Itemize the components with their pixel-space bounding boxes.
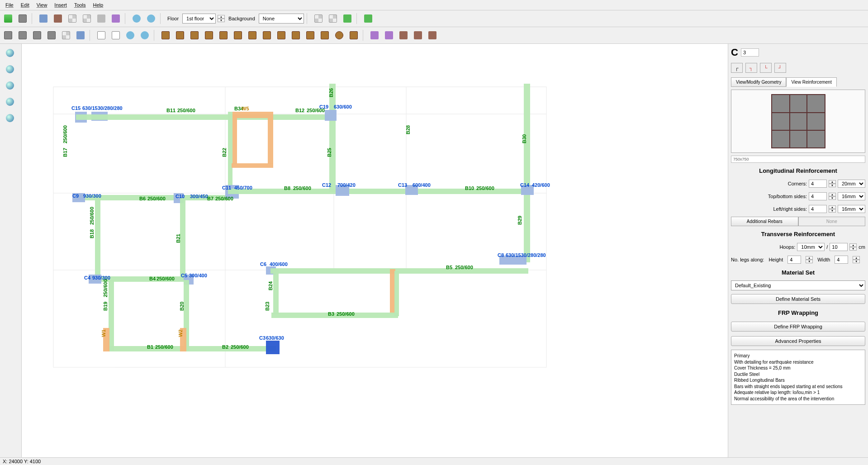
grid-button[interactable] [66,12,79,25]
floor-select[interactable]: 1st floor [182,14,216,24]
run-button[interactable] [362,12,375,25]
tb-input[interactable] [809,192,827,200]
additional-rebars-button[interactable]: Additional Rebars [731,217,798,226]
legs-h-up[interactable]: ▲ [806,256,813,260]
settings-button[interactable] [37,12,50,25]
hoops-dia-select[interactable]: 10mm [797,243,825,251]
dwg-tool-6[interactable] [74,29,87,42]
hoops-up[interactable]: ▲ [849,243,857,247]
dwg-tool-1[interactable] [2,29,14,42]
zoom-window-icon[interactable] [2,78,18,93]
tb-down[interactable]: ▼ [829,196,836,200]
grid-options-button[interactable] [81,12,93,25]
svg-rect-36 [273,269,279,314]
slab-1[interactable] [368,29,381,42]
tab-reinforcement[interactable]: View Reinforcement [786,77,836,87]
corner-tr-button[interactable]: ┐ [745,63,757,73]
move-tool[interactable] [109,29,122,42]
section-l2[interactable] [188,29,201,42]
advanced-properties-button[interactable]: Advanced Properties [731,336,865,346]
corners-up[interactable]: ▲ [829,180,836,184]
menu-tools[interactable]: Tools [71,1,90,9]
dwg-tool-5[interactable] [60,29,72,42]
floor-down[interactable]: ▼ [218,19,225,22]
layers-button[interactable] [52,12,64,25]
lr-input[interactable] [809,205,827,213]
legs-w-up[interactable]: ▲ [853,256,860,260]
slab-3[interactable] [397,29,410,42]
zoom-extents-icon[interactable] [2,95,18,109]
corner-br-button[interactable]: ┘ [774,63,786,73]
corner-bl-button[interactable]: └ [760,63,772,73]
section-l1[interactable] [174,29,186,42]
dwg-tool-3[interactable] [31,29,43,42]
ortho-button[interactable] [327,12,339,25]
menu-insert[interactable]: Insert [51,1,71,9]
menubar: File Edit View Insert Tools Help [0,0,868,10]
legs-w-down[interactable]: ▼ [853,260,860,263]
zoom-in-icon[interactable] [2,46,18,60]
slab-2[interactable] [383,29,395,42]
legs-height-input[interactable] [787,256,801,264]
zoom-out-icon[interactable] [2,62,18,76]
section-box[interactable] [318,29,331,42]
menu-edit[interactable]: Edit [17,1,33,9]
section-plate[interactable] [347,29,360,42]
redo-button[interactable] [145,12,157,25]
save-button[interactable] [2,12,14,25]
background-select[interactable]: None [259,14,304,24]
lr-dia-select[interactable]: 16mm [838,205,865,213]
element-id-field[interactable] [741,48,759,57]
section-rect[interactable] [159,29,172,42]
dwg-tool-4[interactable] [45,29,58,42]
mirror-tool[interactable] [138,29,151,42]
tab-geometry[interactable]: View/Modify Geometry [731,77,786,87]
section-cross[interactable] [304,29,317,42]
zoom-pan-icon[interactable] [2,111,18,125]
tb-up[interactable]: ▲ [829,193,836,196]
lr-down[interactable]: ▼ [829,209,836,213]
slab-5[interactable] [426,29,439,42]
lr-up[interactable]: ▲ [829,205,836,209]
define-frp-button[interactable]: Define FRP Wrapping [731,322,865,332]
dwg-tool-2[interactable] [16,29,29,42]
drawing-canvas[interactable]: C15630/1530/280/280B11250/600B34W5B12250… [22,44,728,457]
select-tool[interactable] [95,29,108,42]
section-i[interactable] [289,29,302,42]
svg-text:B24: B24 [268,281,273,290]
menu-help[interactable]: Help [90,1,107,9]
define-material-sets-button[interactable]: Define Material Sets [731,294,865,304]
section-c[interactable] [275,29,288,42]
floor-up[interactable]: ▲ [218,15,225,19]
export-dwg-button[interactable] [16,12,29,25]
section-t1[interactable] [217,29,230,42]
section-dimensions: 750x750 [731,156,865,163]
section-u1[interactable] [232,29,244,42]
corners-input[interactable] [809,180,827,188]
material-set-select[interactable]: Default_Existing [731,280,865,290]
legs-h-down[interactable]: ▼ [806,260,813,263]
print-button[interactable] [95,12,108,25]
menu-view[interactable]: View [33,1,51,9]
snap-button[interactable] [312,12,325,25]
report-button[interactable] [109,12,122,25]
hoops-down[interactable]: ▼ [849,247,857,251]
undo-button[interactable] [130,12,143,25]
menu-file[interactable]: File [2,1,17,9]
hoops-spacing-input[interactable] [830,243,848,251]
section-z[interactable] [261,29,273,42]
check-button[interactable] [341,12,354,25]
tb-dia-select[interactable]: 16mm [838,192,865,200]
corners-down[interactable]: ▼ [829,184,836,187]
section-l3[interactable] [203,29,215,42]
corner-tl-button[interactable]: ┌ [731,63,743,73]
legs-width-input[interactable] [835,256,848,264]
section-t2[interactable] [246,29,259,42]
svg-text:400/600: 400/600 [270,261,288,267]
svg-text:C11: C11 [222,185,231,190]
corners-dia-select[interactable]: 20mm [838,180,865,188]
svg-text:700/420: 700/420 [337,182,356,188]
section-circ[interactable] [333,29,346,42]
slab-4[interactable] [412,29,424,42]
rotate-tool[interactable] [124,29,137,42]
